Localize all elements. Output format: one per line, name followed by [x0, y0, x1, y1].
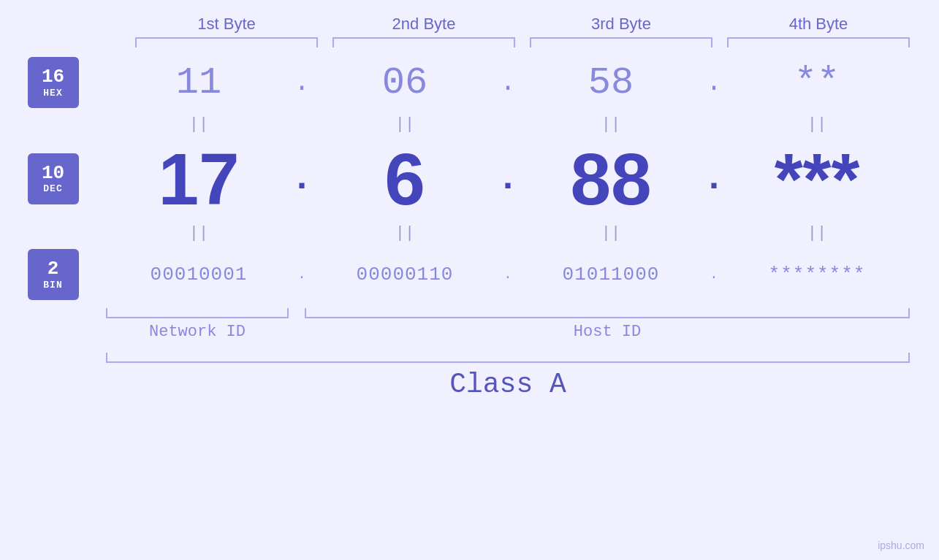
- host-id-label: Host ID: [305, 323, 910, 341]
- dec-badge-number: 10: [42, 163, 64, 184]
- hex-dot1: .: [292, 68, 312, 98]
- bin-byte2-value: 00000110: [357, 264, 454, 285]
- eq1-cell1: ||: [106, 115, 292, 134]
- byte4-header: 4th Byte: [720, 15, 917, 34]
- bin-byte1: 00010001: [106, 264, 292, 285]
- bin-badge-number: 2: [47, 258, 59, 280]
- dec-byte1: 17: [106, 142, 292, 215]
- hex-data-area: 11 . 06 . 58 . **: [106, 61, 910, 104]
- hex-byte4: **: [724, 61, 910, 104]
- equals-row-2: || || || ||: [0, 220, 939, 245]
- attribution: ipshu.com: [878, 540, 924, 551]
- bracket-byte4: [727, 37, 910, 47]
- hex-row: 16 HEX 11 . 06 . 58 . **: [0, 53, 939, 112]
- bracket-host-id: [305, 308, 910, 318]
- bracket-gap: [289, 308, 305, 318]
- hex-byte4-value: **: [794, 61, 840, 104]
- bin-byte3: 01011000: [518, 264, 704, 285]
- hex-badge: 16 HEX: [28, 57, 79, 108]
- bin-byte1-value: 00010001: [151, 264, 248, 285]
- top-brackets: [128, 37, 917, 47]
- bin-data-area: 00010001 . 00000110 . 01011000 . *******…: [106, 264, 910, 285]
- hex-badge-label: HEX: [43, 88, 62, 99]
- bin-dot1: .: [292, 267, 312, 282]
- page-container: 1st Byte 2nd Byte 3rd Byte 4th Byte 16 H…: [0, 0, 939, 560]
- equals-row-1: || || || ||: [0, 112, 939, 137]
- byte1-header: 1st Byte: [128, 15, 325, 34]
- dec-badge-area: 10 DEC: [0, 153, 106, 204]
- hex-byte1: 11: [106, 61, 292, 104]
- bin-badge-label: BIN: [43, 280, 62, 291]
- hex-byte1-value: 11: [176, 61, 221, 104]
- eq2-cell1: ||: [106, 224, 292, 242]
- bin-byte3-value: 01011000: [563, 264, 660, 285]
- eq2-data: || || || ||: [106, 224, 910, 242]
- bin-byte2: 00000110: [312, 264, 498, 285]
- bin-badge-area: 2 BIN: [0, 249, 106, 300]
- eq1-cell4: ||: [724, 115, 910, 134]
- hex-byte2: 06: [312, 61, 498, 104]
- dec-row: 10 DEC 17 . 6 . 88 . ***: [0, 137, 939, 220]
- byte-headers-row: 1st Byte 2nd Byte 3rd Byte 4th Byte: [128, 15, 917, 34]
- dec-byte2: 6: [312, 142, 498, 215]
- dec-byte3: 88: [518, 142, 704, 215]
- bin-dot2: .: [498, 267, 518, 282]
- byte2-header: 2nd Byte: [325, 15, 522, 34]
- hex-badge-number: 16: [42, 66, 64, 88]
- dec-byte4: ***: [724, 142, 910, 215]
- hex-byte3-value: 58: [588, 61, 634, 104]
- dec-byte3-value: 88: [570, 142, 651, 215]
- dec-badge-label: DEC: [43, 183, 62, 194]
- dec-badge: 10 DEC: [28, 153, 79, 204]
- class-bracket: [106, 353, 910, 363]
- eq1-cell3: ||: [518, 115, 704, 134]
- bin-byte4-value: ********: [769, 264, 866, 285]
- bracket-network-id: [106, 308, 289, 318]
- eq2-cell2: ||: [312, 224, 498, 242]
- network-id-label: Network ID: [106, 323, 289, 341]
- bracket-byte2: [332, 37, 515, 47]
- hex-dot3: .: [704, 68, 724, 98]
- dec-data-area: 17 . 6 . 88 . ***: [106, 142, 910, 215]
- bracket-byte3: [530, 37, 712, 47]
- hex-dot2: .: [498, 68, 518, 98]
- hex-badge-area: 16 HEX: [0, 57, 106, 108]
- eq2-cell4: ||: [724, 224, 910, 242]
- bin-row: 2 BIN 00010001 . 00000110 . 01011000 . *…: [0, 245, 939, 304]
- eq1-data: || || || ||: [106, 115, 910, 134]
- eq2-cell3: ||: [518, 224, 704, 242]
- bin-byte4: ********: [724, 264, 910, 285]
- dec-byte4-value: ***: [775, 142, 860, 215]
- bracket-byte1: [135, 37, 318, 47]
- hex-byte3: 58: [518, 61, 704, 104]
- eq1-cell2: ||: [312, 115, 498, 134]
- id-labels-row: Network ID Host ID: [106, 323, 910, 341]
- hex-byte2-value: 06: [382, 61, 427, 104]
- dec-dot1: .: [292, 158, 312, 199]
- dec-byte1-value: 17: [158, 142, 239, 215]
- dec-byte2-value: 6: [384, 142, 425, 215]
- bin-dot3: .: [704, 267, 724, 282]
- dec-dot3: .: [704, 158, 724, 199]
- bin-badge: 2 BIN: [28, 249, 79, 300]
- bottom-brackets-row: [106, 308, 910, 318]
- class-label: Class A: [106, 369, 910, 400]
- dec-dot2: .: [498, 158, 518, 199]
- byte3-header: 3rd Byte: [522, 15, 720, 34]
